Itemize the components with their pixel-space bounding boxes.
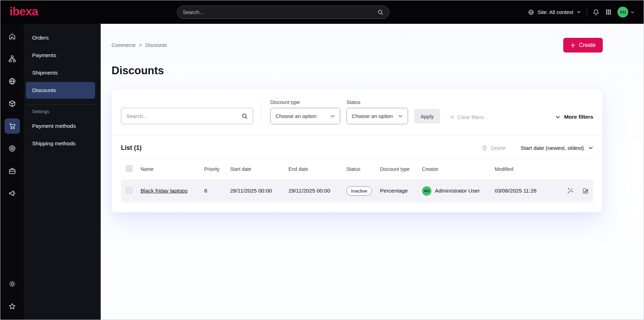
site-context-selector[interactable]: Site: All context <box>528 9 581 15</box>
megaphone-icon[interactable] <box>5 186 20 201</box>
create-button-label: Create <box>579 42 596 48</box>
topbar-divider <box>587 8 587 16</box>
more-filters-button[interactable]: More filters <box>555 114 593 120</box>
delete-label: Delete <box>491 145 506 151</box>
discount-modified: 03/06/2025 11:26 <box>495 188 564 194</box>
sitemap-icon[interactable] <box>5 51 20 67</box>
sidebar-item-discounts[interactable]: Discounts <box>26 82 95 99</box>
discount-name-link[interactable]: Black friday laptops <box>141 188 187 194</box>
main-content: Commerce > Discounts Create Discounts <box>101 24 644 320</box>
sidebar-settings-label: Settings <box>24 109 101 114</box>
filter-bar: Discount type Choose an option Status Ch… <box>112 89 602 135</box>
breadcrumb-commerce[interactable]: Commerce <box>112 42 135 48</box>
column-header-modified: Modified <box>495 166 564 172</box>
target-icon[interactable] <box>5 141 20 156</box>
column-header-start-date: Start date <box>230 166 288 172</box>
user-menu[interactable]: AU <box>617 7 635 18</box>
breadcrumb-separator: > <box>139 42 142 48</box>
discount-end-date: 29/11/2025 00:00 <box>288 188 346 194</box>
commerce-sidebar: Orders Payments Shipments Discounts Sett… <box>24 24 101 320</box>
status-badge: Inactive <box>346 186 372 196</box>
list-header: List (1) Delete Start date (newest, olde… <box>112 135 602 159</box>
sidebar-item-shipments[interactable]: Shipments <box>26 64 95 81</box>
sidebar-item-payments[interactable]: Payments <box>26 47 95 64</box>
commerce-cart-icon[interactable] <box>5 118 20 134</box>
chevron-down-icon <box>330 114 335 119</box>
sort-label: Start date (newest, oldest) <box>521 145 584 151</box>
clear-filters-button[interactable]: Clear filters <box>450 114 484 120</box>
avatar: AU <box>617 7 628 18</box>
sort-dropdown[interactable]: Start date (newest, oldest) <box>521 145 593 151</box>
star-bookmarks-icon[interactable] <box>5 299 20 314</box>
status-value: Choose an option <box>352 113 393 119</box>
cube-icon[interactable] <box>5 96 20 111</box>
column-header-status: Status <box>346 166 380 172</box>
row-actions <box>564 187 593 194</box>
app-grid-icon[interactable] <box>605 9 612 15</box>
topbar-right: Site: All context AU <box>528 7 635 18</box>
creator-name: Administrator User <box>435 188 480 194</box>
filter-search-input[interactable] <box>126 113 238 119</box>
column-header-name: Name <box>141 166 204 172</box>
clear-filters-label: Clear filters <box>458 114 484 120</box>
status-filter: Status Choose an option <box>346 99 408 124</box>
gear-icon[interactable] <box>5 276 20 292</box>
chevron-down-icon <box>398 114 403 119</box>
close-icon <box>450 115 455 119</box>
discount-type-value: Choose an option <box>276 113 317 119</box>
chevron-down-icon <box>577 10 581 14</box>
chevron-down-icon <box>555 114 560 120</box>
search-icon[interactable] <box>241 113 248 119</box>
status-select[interactable]: Choose an option <box>346 108 408 124</box>
sidebar-item-payment-methods[interactable]: Payment methods <box>26 118 95 134</box>
delete-button[interactable]: Delete <box>481 145 506 151</box>
home-icon[interactable] <box>5 29 20 44</box>
activate-discount-icon[interactable] <box>567 187 574 194</box>
discount-type-cell: Percentage <box>380 188 422 194</box>
discount-start-date: 28/11/2025 00:00 <box>230 188 288 194</box>
search-icon[interactable] <box>377 9 384 15</box>
status-label: Status <box>346 99 408 105</box>
briefcase-icon[interactable] <box>5 163 20 179</box>
creator-cell: AU Administrator User <box>422 186 495 196</box>
app-window: ibexa Site: All context <box>0 0 644 320</box>
column-header-creator: Creator <box>422 166 495 172</box>
table-row: Black friday laptops 8 28/11/2025 00:00 … <box>121 179 593 202</box>
global-search-input[interactable] <box>183 9 373 15</box>
globe-icon[interactable] <box>5 74 20 89</box>
column-header-discount-type: Discount type <box>380 166 422 172</box>
page-title: Discounts <box>112 64 603 77</box>
site-context-label: Site: All context <box>537 9 573 15</box>
row-checkbox[interactable] <box>126 187 133 194</box>
edit-icon[interactable] <box>582 187 589 194</box>
column-header-end-date: End date <box>288 166 346 172</box>
discount-priority: 8 <box>204 188 230 194</box>
discount-type-filter: Discount type Choose an option <box>270 99 340 124</box>
discounts-card: Discount type Choose an option Status Ch… <box>112 89 603 213</box>
icon-rail <box>0 24 24 320</box>
chevron-down-icon <box>588 145 593 151</box>
apply-button[interactable]: Apply <box>414 109 440 124</box>
filter-divider <box>262 102 262 122</box>
column-header-priority: Priority <box>204 166 230 172</box>
plus-icon <box>570 43 575 48</box>
chevron-down-icon <box>630 10 635 14</box>
sidebar-item-orders[interactable]: Orders <box>26 29 95 46</box>
breadcrumb-discounts: Discounts <box>145 42 167 48</box>
filter-search[interactable] <box>121 108 253 124</box>
sidebar-item-shipping-methods[interactable]: Shipping methods <box>26 135 95 152</box>
more-filters-label: More filters <box>564 114 593 120</box>
discount-type-select[interactable]: Choose an option <box>270 108 340 124</box>
discount-type-label: Discount type <box>270 99 340 105</box>
topbar: ibexa Site: All context <box>0 0 644 24</box>
globe-icon <box>528 9 534 15</box>
create-button[interactable]: Create <box>563 38 603 53</box>
sidebar-divider <box>28 104 96 105</box>
creator-avatar: AU <box>422 186 431 196</box>
notifications-bell-icon[interactable] <box>593 9 600 16</box>
global-search[interactable] <box>177 6 389 19</box>
breadcrumb: Commerce > Discounts <box>112 42 167 48</box>
select-all-checkbox[interactable] <box>126 165 133 172</box>
ibexa-logo[interactable]: ibexa <box>9 6 38 19</box>
trash-icon <box>481 145 488 151</box>
